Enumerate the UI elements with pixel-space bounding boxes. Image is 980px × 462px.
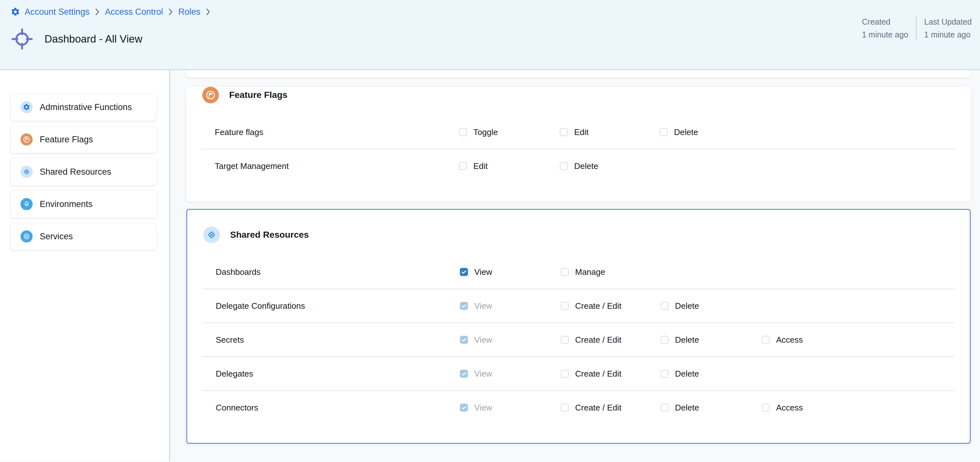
create-edit-checkbox[interactable]: [561, 404, 569, 412]
permission-secrets-delete: Delete: [660, 335, 699, 345]
breadcrumb: Account SettingsAccess ControlRoles: [11, 5, 216, 19]
permission-label: Delete: [675, 403, 699, 413]
chevron-right-icon: [94, 7, 100, 16]
breadcrumb-link-access-control[interactable]: Access Control: [105, 7, 163, 17]
view-checkbox[interactable]: [460, 302, 468, 310]
sidebar-item-label: Shared Resources: [40, 167, 111, 177]
delete-checkbox[interactable]: [660, 370, 668, 378]
permission-feature-flags-toggle: Toggle: [459, 127, 498, 137]
sidebar-item-label: Services: [40, 232, 73, 241]
access-checkbox[interactable]: [762, 404, 770, 412]
view-checkbox[interactable]: [460, 268, 468, 276]
sidebar-item-environments[interactable]: Environments: [11, 191, 156, 218]
gear-icon: [21, 101, 33, 113]
delete-checkbox[interactable]: [660, 302, 668, 310]
permission-delegate-configurations-view: View: [460, 301, 492, 311]
permission-row-target-management: Target ManagementEditDelete: [202, 149, 955, 183]
permission-label: Create / Edit: [575, 301, 622, 311]
sidebar-item-feature-flags[interactable]: Feature Flags: [11, 126, 156, 153]
main-content: Feature FlagsFeature flagsToggleEditDele…: [170, 70, 980, 461]
permission-label: View: [474, 403, 492, 413]
permission-rows: Feature flagsToggleEditDeleteTarget Mana…: [202, 116, 955, 183]
permission-label: Delete: [674, 127, 698, 137]
delete-checkbox[interactable]: [560, 162, 568, 170]
diamond-icon: [21, 166, 33, 178]
edit-checkbox[interactable]: [459, 162, 467, 170]
manage-checkbox[interactable]: [561, 268, 569, 276]
permission-row-delegates: DelegatesViewCreate / EditDelete: [203, 357, 955, 391]
permission-label: Delete: [675, 301, 699, 311]
meta-divider: [916, 16, 916, 40]
view-checkbox[interactable]: [460, 404, 468, 412]
permission-connectors-access: Access: [762, 403, 803, 413]
permission-label: View: [474, 301, 492, 311]
permission-label: Create / Edit: [575, 403, 622, 413]
permission-delegate-configurations-delete: Delete: [660, 301, 699, 311]
resource-label: Delegate Configurations: [216, 301, 305, 311]
create-edit-checkbox[interactable]: [561, 336, 569, 344]
breadcrumb-link-account-settings[interactable]: Account Settings: [25, 7, 90, 17]
permission-label: Toggle: [473, 127, 498, 137]
section-header-feature-flags: Feature Flags: [202, 87, 971, 103]
permission-row-feature-flags: Feature flagsToggleEditDelete: [202, 116, 955, 149]
permission-row-connectors: ConnectorsViewCreate / EditDeleteAccess: [203, 391, 955, 424]
settings-gear-icon: [11, 7, 20, 17]
view-checkbox[interactable]: [460, 336, 468, 344]
resource-label: Feature flags: [215, 127, 263, 137]
sidebar-item-shared-resources[interactable]: Shared Resources: [11, 158, 156, 186]
create-edit-checkbox[interactable]: [561, 302, 569, 310]
permission-label: Create / Edit: [575, 369, 622, 379]
toggle-checkbox[interactable]: [459, 128, 467, 136]
page-title: Dashboard - All View: [45, 33, 142, 45]
chevron-right-icon: [205, 7, 211, 16]
sidebar-item-services[interactable]: Services: [11, 223, 156, 250]
section-card-feature-flags: Feature FlagsFeature flagsToggleEditDele…: [186, 87, 971, 201]
permission-label: Access: [776, 403, 803, 413]
view-checkbox[interactable]: [460, 370, 468, 378]
permission-label: Delete: [675, 369, 699, 379]
permission-target-management-delete: Delete: [560, 161, 598, 171]
meta-created: Created 1 minute ago: [862, 15, 908, 41]
resource-label: Delegates: [216, 369, 253, 379]
last-updated-label: Last Updated: [924, 15, 972, 28]
title-row: Dashboard - All View: [11, 27, 142, 51]
breadcrumb-link-roles[interactable]: Roles: [178, 7, 200, 17]
sidebar-item-label: Adminstrative Functions: [40, 102, 132, 112]
last-updated-value: 1 minute ago: [924, 28, 972, 41]
permission-connectors-view: View: [460, 403, 492, 413]
sections-root: Feature FlagsFeature flagsToggleEditDele…: [170, 87, 980, 444]
permission-secrets-access: Access: [762, 335, 803, 345]
permission-row-dashboards: DashboardsViewManage: [203, 255, 955, 289]
permission-label: View: [474, 369, 492, 379]
edit-checkbox[interactable]: [560, 128, 568, 136]
page-body: Adminstrative FunctionsFeature FlagsShar…: [0, 70, 980, 461]
section-title: Shared Resources: [230, 230, 309, 240]
permission-label: View: [474, 335, 492, 345]
delete-checkbox[interactable]: [660, 404, 668, 412]
section-title: Feature Flags: [229, 90, 287, 100]
meta-updated: Last Updated 1 minute ago: [924, 15, 972, 41]
permission-delegates-view: View: [460, 369, 492, 379]
section-card-shared-resources: Shared ResourcesDashboardsViewManageDele…: [186, 209, 971, 444]
delete-checkbox[interactable]: [660, 336, 668, 344]
chevron-right-icon: [167, 7, 174, 16]
section-header-shared-resources: Shared Resources: [203, 227, 970, 243]
flag-icon: [202, 87, 219, 103]
delete-checkbox[interactable]: [660, 128, 668, 136]
permission-delegates-delete: Delete: [660, 369, 699, 379]
permission-connectors-delete: Delete: [660, 403, 699, 413]
role-target-icon: [11, 27, 33, 51]
permission-label: Edit: [473, 161, 488, 171]
environments-icon: [21, 198, 33, 210]
permission-rows: DashboardsViewManageDelegate Configurati…: [203, 255, 955, 424]
created-value: 1 minute ago: [862, 28, 908, 41]
access-checkbox[interactable]: [762, 336, 770, 344]
diamond-icon: [203, 227, 220, 243]
permission-dashboards-manage: Manage: [561, 267, 605, 277]
previous-section-card-stub: [186, 70, 971, 78]
create-edit-checkbox[interactable]: [561, 370, 569, 378]
sidebar-item-adminstrative-functions[interactable]: Adminstrative Functions: [11, 94, 156, 121]
sidebar-item-label: Feature Flags: [40, 135, 93, 144]
permission-label: Edit: [574, 127, 589, 137]
sidebar-item-label: Environments: [40, 199, 92, 209]
